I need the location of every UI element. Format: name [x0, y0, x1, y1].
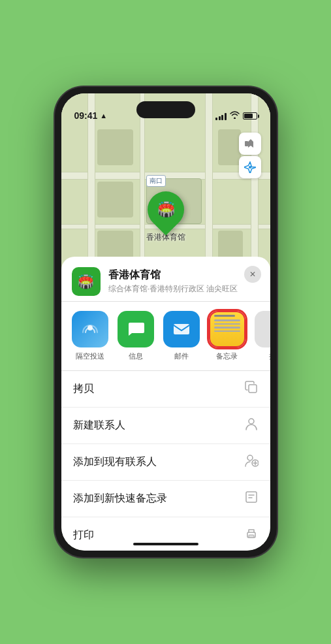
mail-label: 邮件 [174, 351, 189, 361]
menu-item-copy-label: 拷贝 [73, 382, 94, 396]
note-add-icon [244, 490, 259, 507]
location-button[interactable] [239, 156, 261, 178]
venue-icon: 🏟️ [72, 267, 101, 296]
person-add-icon [244, 453, 259, 471]
menu-item-print-label: 打印 [73, 528, 94, 542]
map-type-button[interactable] [239, 133, 261, 155]
notes-icon [209, 311, 245, 347]
bottom-sheet: 🏟️ 香港体育馆 综合体育馆·香港特别行政区 油尖旺区 ✕ [61, 257, 270, 551]
share-item-mail[interactable]: 邮件 [163, 311, 200, 361]
menu-item-quick-note-label: 添加到新快速备忘录 [73, 492, 167, 506]
dynamic-island [136, 101, 195, 118]
venue-info: 香港体育馆 综合体育馆·香港特别行政区 油尖旺区 [108, 268, 260, 295]
svg-point-6 [247, 455, 253, 460]
share-item-notes[interactable]: 备忘录 [209, 311, 245, 361]
notes-label: 备忘录 [216, 351, 238, 361]
person-icon [244, 417, 259, 434]
status-icons [215, 111, 257, 121]
venue-subtitle: 综合体育馆·香港特别行政区 油尖旺区 [108, 283, 260, 295]
share-item-more[interactable]: 推 [255, 311, 270, 361]
venue-name: 香港体育馆 [108, 268, 260, 282]
status-time: 09:41 [74, 110, 98, 121]
menu-item-add-contact[interactable]: 添加到现有联系人 [61, 444, 270, 481]
battery-icon [243, 112, 257, 120]
messages-label: 信息 [129, 351, 143, 361]
phone-screen: 09:41 ▲ [61, 93, 270, 551]
sheet-header: 🏟️ 香港体育馆 综合体育馆·香港特别行政区 油尖旺区 ✕ [61, 257, 270, 302]
menu-item-new-contact[interactable]: 新建联系人 [61, 408, 270, 444]
menu-item-quick-note[interactable]: 添加到新快速备忘录 [61, 481, 270, 517]
menu-item-add-contact-label: 添加到现有联系人 [73, 455, 157, 469]
svg-point-5 [249, 419, 254, 424]
messages-icon [118, 311, 154, 347]
svg-rect-0 [245, 141, 248, 146]
home-indicator [133, 543, 198, 545]
map-label: 南口 [146, 175, 166, 187]
location-arrow-icon: ▲ [100, 112, 107, 120]
svg-rect-3 [174, 324, 189, 334]
share-item-airdrop[interactable]: 隔空投送 [72, 311, 108, 361]
map-controls [239, 133, 261, 178]
menu-item-print[interactable]: 打印 [61, 517, 270, 551]
svg-rect-4 [249, 385, 257, 393]
close-button[interactable]: ✕ [244, 266, 261, 283]
printer-icon [244, 526, 259, 544]
svg-point-1 [249, 166, 251, 169]
wifi-icon [230, 111, 240, 121]
airdrop-icon [72, 311, 108, 347]
share-item-messages[interactable]: 信息 [118, 311, 154, 361]
copy-icon [244, 380, 259, 398]
menu-item-new-contact-label: 新建联系人 [73, 419, 125, 432]
signal-icon [215, 112, 227, 120]
pin-marker: 🏟️ [140, 184, 191, 235]
more-label: 推 [269, 351, 270, 361]
menu-item-copy[interactable]: 拷贝 [61, 371, 270, 408]
share-row: 隔空投送 信息 [61, 302, 270, 371]
more-icon [255, 311, 270, 347]
airdrop-label: 隔空投送 [76, 351, 104, 361]
mail-icon [163, 311, 200, 347]
svg-rect-8 [246, 492, 257, 502]
phone-frame: 09:41 ▲ [55, 87, 277, 557]
location-pin: 🏟️ 香港体育馆 [146, 191, 185, 243]
svg-rect-10 [249, 535, 254, 538]
